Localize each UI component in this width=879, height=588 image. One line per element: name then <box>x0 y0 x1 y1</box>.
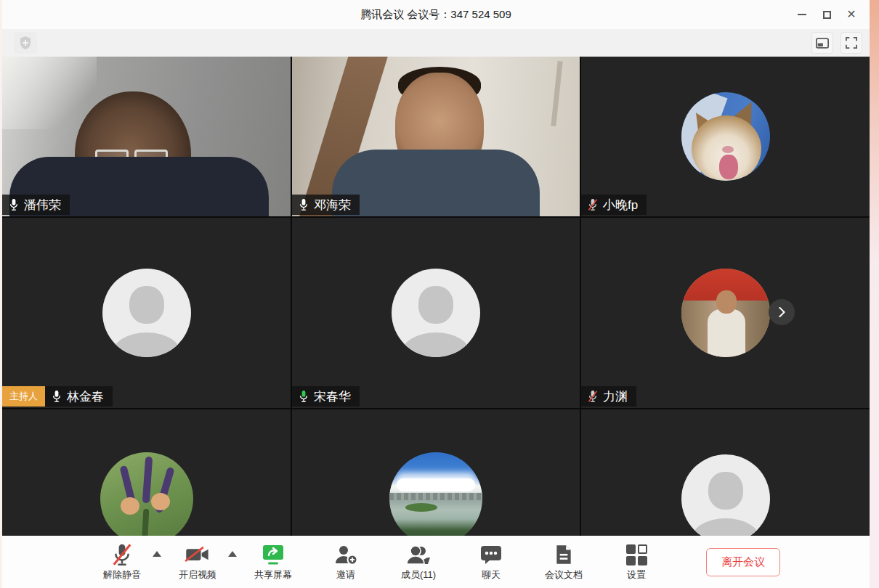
video-tile-song-chunhua[interactable]: 宋春华 <box>292 218 580 408</box>
meeting-toolbar: 解除静音 开启视频 <box>2 536 870 588</box>
video-background-pole <box>551 61 562 126</box>
avatar-lake <box>389 452 482 545</box>
unmute-label: 解除静音 <box>103 568 141 581</box>
share-screen-button[interactable]: 共享屏幕 <box>247 542 299 581</box>
video-tile-lin-jinchun[interactable]: 主持人 林金春 <box>2 218 291 408</box>
mic-speaking-icon <box>298 389 309 404</box>
mic-on-icon <box>298 197 309 212</box>
host-badge: 主持人 <box>2 386 45 407</box>
fullscreen-button[interactable] <box>840 32 862 54</box>
invite-icon <box>334 544 357 565</box>
video-person-body <box>332 150 540 216</box>
meeting-window: 腾讯会议 会议号：347 524 509 ✕ <box>2 0 870 588</box>
live-video-feed <box>292 57 580 216</box>
minimize-button[interactable] <box>790 4 814 25</box>
members-label: 成员(11) <box>401 568 436 581</box>
live-video-feed <box>2 57 291 216</box>
close-button[interactable]: ✕ <box>839 4 864 25</box>
maximize-button[interactable] <box>814 4 839 25</box>
participant-label: 力渊 <box>581 386 636 407</box>
members-button[interactable]: 成员(11) <box>392 542 445 581</box>
desktop-edge-right <box>870 0 879 588</box>
participant-name: 小晚fp <box>603 197 638 213</box>
avatar-placeholder <box>681 454 770 543</box>
mic-muted-icon <box>111 542 133 567</box>
video-tile-deng-hairong[interactable]: 邓海荣 <box>292 57 580 216</box>
view-controls <box>811 32 862 54</box>
share-screen-icon <box>262 544 285 565</box>
video-grid: 潘伟荣 邓海荣 <box>2 57 870 588</box>
members-icon <box>406 544 431 565</box>
avatar-photo <box>681 269 770 357</box>
layout-icon <box>816 38 829 49</box>
video-tile-pan-weirong[interactable]: 潘伟荣 <box>2 57 291 216</box>
avatar-flowers <box>100 452 193 545</box>
document-icon <box>554 544 573 565</box>
window-controls: ✕ <box>790 0 864 29</box>
settings-button[interactable]: 设置 <box>610 542 663 581</box>
layout-switch-button[interactable] <box>811 32 833 54</box>
meeting-docs-label: 会议文档 <box>545 568 583 581</box>
participant-name: 宋春华 <box>314 388 351 405</box>
shield-plus-icon <box>19 36 32 50</box>
camera-off-icon <box>185 545 211 564</box>
chat-icon <box>479 544 503 565</box>
video-tile-xiaowan[interactable]: 小晚fp <box>581 57 870 216</box>
sub-toolbar <box>2 29 870 57</box>
participant-name: 潘伟荣 <box>24 197 61 213</box>
mic-on-icon <box>51 389 62 404</box>
invite-label: 邀请 <box>336 568 355 581</box>
title-bar: 腾讯会议 会议号：347 524 509 ✕ <box>2 0 870 29</box>
share-screen-label: 共享屏幕 <box>254 568 292 581</box>
chevron-right-icon <box>777 307 787 317</box>
meeting-docs-button[interactable]: 会议文档 <box>538 542 590 581</box>
video-tile-li-yuan[interactable]: 力渊 <box>581 218 870 408</box>
participant-name: 邓海荣 <box>314 197 351 213</box>
participant-name: 林金春 <box>67 388 104 405</box>
invite-button[interactable]: 邀请 <box>320 542 372 581</box>
minimize-icon <box>798 14 806 15</box>
meeting-title: 腾讯会议 会议号：347 524 509 <box>2 0 870 29</box>
camera-options-caret[interactable] <box>228 551 237 557</box>
video-highlight <box>2 57 97 129</box>
chat-label: 聊天 <box>482 568 501 581</box>
participant-label: 宋春华 <box>292 386 360 407</box>
maximize-icon <box>823 11 831 19</box>
close-icon: ✕ <box>846 9 856 20</box>
fullscreen-icon <box>846 37 857 49</box>
mic-on-icon <box>8 197 20 212</box>
chat-button[interactable]: 聊天 <box>465 542 517 581</box>
start-video-label: 开启视频 <box>179 568 216 581</box>
avatar-placeholder <box>392 269 480 357</box>
mic-muted-icon <box>587 389 599 404</box>
settings-label: 设置 <box>627 568 646 581</box>
mic-muted-icon <box>587 197 599 212</box>
next-page-button[interactable] <box>769 299 795 325</box>
start-video-button[interactable]: 开启视频 <box>171 542 224 581</box>
settings-icon <box>626 544 647 565</box>
participant-name: 力渊 <box>603 388 628 405</box>
participant-label: 小晚fp <box>581 195 647 215</box>
participant-label: 邓海荣 <box>292 195 360 215</box>
avatar-placeholder <box>102 269 191 357</box>
leave-meeting-button[interactable]: 离开会议 <box>706 548 780 576</box>
mic-options-caret[interactable] <box>153 551 161 557</box>
unmute-button[interactable]: 解除静音 <box>96 542 148 581</box>
meeting-security-button[interactable] <box>14 32 37 54</box>
avatar <box>681 92 770 181</box>
participant-label: 主持人 林金春 <box>2 386 113 407</box>
participant-label: 潘伟荣 <box>2 195 70 215</box>
